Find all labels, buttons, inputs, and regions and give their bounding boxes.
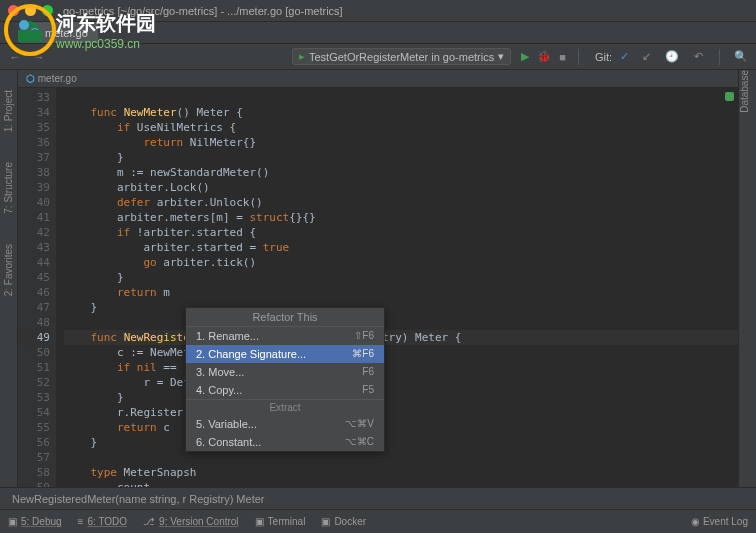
breadcrumb-text: meter.go (38, 73, 77, 84)
watermark-logo (4, 4, 56, 56)
svg-rect-1 (18, 30, 42, 42)
tool-structure[interactable]: 7: Structure (3, 162, 14, 214)
run-configuration-selector[interactable]: ▸ TestGetOrRegisterMeter in go-metrics ▾ (292, 48, 511, 65)
right-tool-gutter: Database (738, 70, 756, 487)
git-label: Git: (595, 51, 612, 63)
git-update-button[interactable]: ✓ (620, 50, 629, 63)
stop-button[interactable]: ■ (559, 51, 566, 63)
git-revert-button[interactable]: ↶ (689, 48, 707, 66)
run-button[interactable]: ▶ (521, 50, 529, 63)
menu-item[interactable]: 4. Copy...F5 (186, 381, 384, 399)
breadcrumb-signature[interactable]: NewRegisteredMeter(name string, r Regist… (12, 493, 264, 505)
search-button[interactable]: 🔍 (732, 48, 750, 66)
bottom-breadcrumb: NewRegisteredMeter(name string, r Regist… (0, 487, 756, 509)
statusbar: ▣5: Debug ≡6: TODO ⎇9: Version Control ▣… (0, 509, 756, 533)
event-log[interactable]: ◉ Event Log (691, 516, 748, 527)
tool-terminal[interactable]: ▣Terminal (255, 516, 306, 527)
editor-breadcrumb[interactable]: ⬡ meter.go (18, 70, 738, 88)
menu-item[interactable]: 2. Change Signature...⌘F6 (186, 345, 384, 363)
inspection-indicator[interactable] (725, 92, 734, 101)
debug-icon: ▣ (8, 516, 17, 527)
tool-favorites[interactable]: 2: Favorites (3, 244, 14, 296)
debug-button[interactable]: 🐞 (537, 50, 551, 63)
gutter-line-numbers: 3334353637383940414243444546474849505152… (18, 88, 56, 487)
refactor-context-menu: Refactor This 1. Rename...⇧F62. Change S… (185, 307, 385, 452)
docker-icon: ▣ (321, 516, 330, 527)
tool-project[interactable]: 1: Project (3, 90, 14, 132)
chevron-down-icon: ▾ (498, 50, 504, 63)
tool-database[interactable]: Database (739, 70, 750, 121)
svg-point-2 (19, 20, 29, 30)
run-config-label: TestGetOrRegisterMeter in go-metrics (309, 51, 494, 63)
tool-docker[interactable]: ▣Docker (321, 516, 366, 527)
menu-item[interactable]: 3. Move...F6 (186, 363, 384, 381)
menu-header: Refactor This (186, 308, 384, 327)
divider (719, 49, 720, 65)
tool-debug[interactable]: ▣5: Debug (8, 516, 62, 527)
terminal-icon: ▣ (255, 516, 264, 527)
menu-section-extract: Extract (186, 399, 384, 415)
todo-icon: ≡ (78, 516, 84, 527)
left-tool-gutter: 1: Project 7: Structure 2: Favorites (0, 70, 18, 487)
menu-item[interactable]: 5. Variable...⌥⌘V (186, 415, 384, 433)
code-content[interactable]: func NewMeter() Meter { if UseNilMetrics… (56, 88, 738, 487)
tool-todo[interactable]: ≡6: TODO (78, 516, 128, 527)
tool-version-control[interactable]: ⎇9: Version Control (143, 516, 239, 527)
menu-item[interactable]: 1. Rename...⇧F6 (186, 327, 384, 345)
divider (578, 49, 579, 65)
menu-item[interactable]: 6. Constant...⌥⌘C (186, 433, 384, 451)
watermark-text: 河东软件园 www.pc0359.cn (56, 10, 156, 51)
run-icon: ▸ (299, 50, 305, 63)
go-file-icon: ⬡ (26, 73, 35, 84)
git-history-button[interactable]: 🕘 (663, 48, 681, 66)
vcs-icon: ⎇ (143, 516, 155, 527)
git-commit-button[interactable]: ↙ (637, 48, 655, 66)
